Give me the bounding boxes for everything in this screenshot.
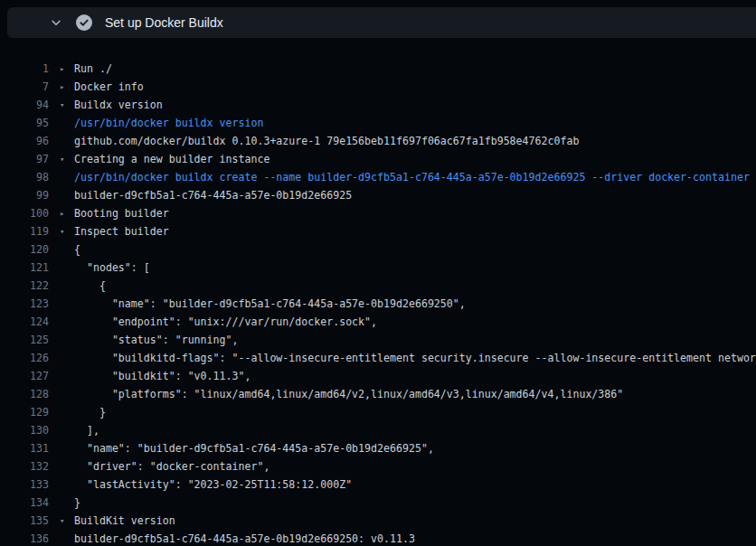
- group-toggle-icon: [60, 475, 74, 494]
- step-success-icon: [76, 14, 92, 31]
- log-line-text: ],: [74, 421, 99, 439]
- log-line-text: Run ./: [74, 60, 112, 78]
- line-number: 99: [0, 186, 49, 204]
- log-lines: 1 ▸ Run ./ 7 ▸ Docker info 94 ▾ Buildx v…: [0, 60, 756, 546]
- group-toggle-icon: [60, 295, 74, 313]
- log-line-text: Buildx version: [74, 96, 163, 114]
- line-number: 122: [0, 277, 49, 295]
- line-number: 126: [0, 349, 49, 367]
- line-number: 127: [0, 367, 49, 385]
- log-line-text: }: [74, 494, 80, 512]
- log-line[interactable]: 100 ▸ Booting builder: [0, 204, 756, 222]
- chevron-down-icon[interactable]: [49, 15, 63, 30]
- log-line[interactable]: 135 ▾ BuildKit version: [0, 512, 756, 530]
- log-line-text: builder-d9cfb5a1-c764-445a-a57e-0b19d2e6…: [74, 186, 352, 204]
- log-line: 99 builder-d9cfb5a1-c764-445a-a57e-0b19d…: [0, 186, 756, 204]
- log-line: 134 }: [0, 494, 756, 512]
- group-toggle-icon: [60, 259, 74, 277]
- line-number: 94: [0, 96, 49, 114]
- group-expand-icon[interactable]: ▸: [60, 204, 74, 222]
- line-number: 128: [0, 385, 49, 403]
- log-line-text: "name": "builder-d9cfb5a1-c764-445a-a57e…: [74, 295, 466, 313]
- log-line: 136 builder-d9cfb5a1-c764-445a-a57e-0b19…: [0, 530, 756, 546]
- group-toggle-icon: [60, 349, 74, 367]
- group-toggle-icon: [60, 331, 74, 349]
- log-line-text: "buildkit": "v0.11.3",: [74, 367, 250, 385]
- log-line-text: /usr/bin/docker buildx create --name bui…: [74, 168, 750, 186]
- log-line: 98 /usr/bin/docker buildx create --name …: [0, 168, 756, 186]
- log-line-text: }: [74, 403, 106, 421]
- line-number: 100: [0, 204, 49, 222]
- group-toggle-icon: [60, 132, 74, 150]
- line-number: 136: [0, 530, 49, 546]
- log-line-text: Inspect builder: [74, 222, 169, 240]
- log-line: 121 "nodes": [: [0, 259, 756, 277]
- line-number: 131: [0, 439, 49, 457]
- log-line-text: "driver": "docker-container",: [74, 457, 269, 475]
- line-number: 119: [0, 222, 49, 240]
- log-line-text: "status": "running",: [74, 331, 238, 349]
- log-line-text: {: [74, 240, 80, 259]
- log-line[interactable]: 97 ▾ Creating a new builder instance: [0, 150, 756, 168]
- line-number: 125: [0, 331, 49, 349]
- group-toggle-icon: [60, 114, 74, 132]
- log-line-text: github.com/docker/buildx 0.10.3+azure-1 …: [74, 132, 579, 150]
- log-line: 95 /usr/bin/docker buildx version: [0, 114, 756, 132]
- log-line[interactable]: 1 ▸ Run ./: [0, 60, 756, 78]
- group-collapse-icon[interactable]: ▾: [60, 512, 74, 530]
- log-line: 123 "name": "builder-d9cfb5a1-c764-445a-…: [0, 295, 756, 313]
- log-line: 130 ],: [0, 421, 756, 439]
- log-line-text: "platforms": "linux/amd64,linux/amd64/v2…: [74, 385, 623, 403]
- group-toggle-icon: [60, 439, 74, 457]
- log-line: 122 {: [0, 277, 756, 295]
- line-number: 1: [0, 60, 49, 78]
- log-line-text: "lastActivity": "2023-02-25T11:58:12.000…: [74, 475, 352, 494]
- group-toggle-icon: [60, 530, 74, 546]
- log-line-text: "nodes": [: [74, 259, 150, 277]
- log-line-text: Creating a new builder instance: [74, 150, 269, 168]
- group-expand-icon[interactable]: ▸: [60, 78, 74, 96]
- line-number: 7: [0, 78, 49, 96]
- line-number: 124: [0, 313, 49, 331]
- log-line-text: Booting builder: [74, 204, 169, 222]
- group-expand-icon[interactable]: ▸: [60, 60, 74, 78]
- log-line-text: "endpoint": "unix:///var/run/docker.sock…: [74, 313, 377, 331]
- log-viewer: Set up Docker Buildx 1 ▸ Run ./ 7 ▸ Dock…: [0, 0, 756, 546]
- step-header[interactable]: Set up Docker Buildx: [7, 7, 756, 38]
- log-line: 120 {: [0, 240, 756, 259]
- log-line[interactable]: 7 ▸ Docker info: [0, 78, 756, 96]
- log-line-text: /usr/bin/docker buildx version: [74, 114, 263, 132]
- line-number: 134: [0, 494, 49, 512]
- log-line: 132 "driver": "docker-container",: [0, 457, 756, 475]
- log-line[interactable]: 119 ▾ Inspect builder: [0, 222, 756, 240]
- group-toggle-icon: [60, 494, 74, 512]
- line-number: 132: [0, 457, 49, 475]
- group-toggle-icon: [60, 168, 74, 186]
- group-collapse-icon[interactable]: ▾: [60, 96, 74, 114]
- log-line: 127 "buildkit": "v0.11.3",: [0, 367, 756, 385]
- group-toggle-icon: [60, 457, 74, 475]
- log-line-text: BuildKit version: [74, 512, 175, 530]
- step-title: Set up Docker Buildx: [105, 15, 223, 30]
- group-collapse-icon[interactable]: ▾: [60, 150, 74, 168]
- group-toggle-icon: [60, 313, 74, 331]
- group-toggle-icon: [60, 385, 74, 403]
- group-toggle-icon: [60, 186, 74, 204]
- line-number: 96: [0, 132, 49, 150]
- group-toggle-icon: [60, 240, 74, 259]
- line-number: 120: [0, 240, 49, 259]
- line-number: 98: [0, 168, 49, 186]
- log-line-text: {: [74, 277, 106, 295]
- line-number: 95: [0, 114, 49, 132]
- line-number: 130: [0, 421, 49, 439]
- log-line: 133 "lastActivity": "2023-02-25T11:58:12…: [0, 475, 756, 494]
- line-number: 135: [0, 512, 49, 530]
- log-line: 128 "platforms": "linux/amd64,linux/amd6…: [0, 385, 756, 403]
- line-number: 129: [0, 403, 49, 421]
- log-line-text: "name": "builder-d9cfb5a1-c764-445a-a57e…: [74, 439, 434, 457]
- line-number: 123: [0, 295, 49, 313]
- group-collapse-icon[interactable]: ▾: [60, 222, 74, 240]
- log-line: 131 "name": "builder-d9cfb5a1-c764-445a-…: [0, 439, 756, 457]
- log-line[interactable]: 94 ▾ Buildx version: [0, 96, 756, 114]
- group-toggle-icon: [60, 277, 74, 295]
